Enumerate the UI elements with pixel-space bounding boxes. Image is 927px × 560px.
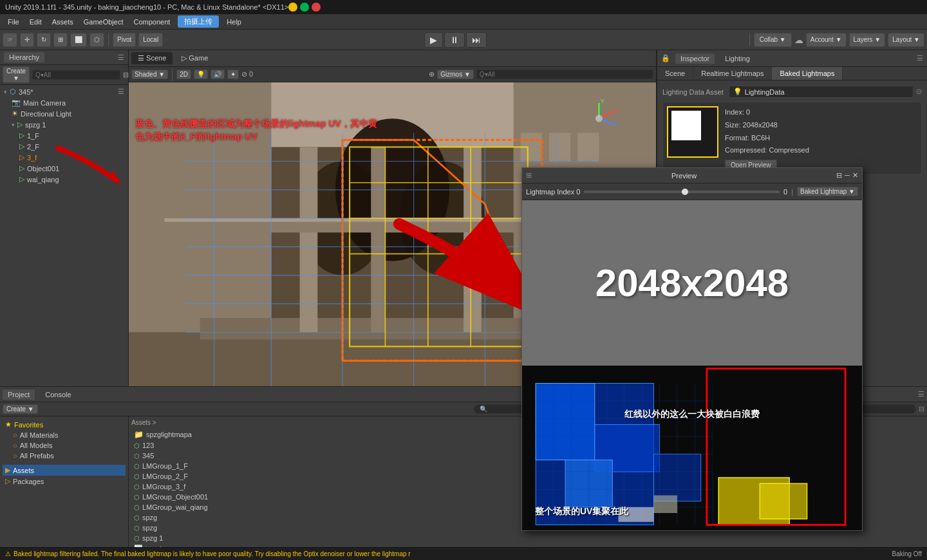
hand-tool-button[interactable]: ☞ — [3, 33, 17, 47]
transform-tool-button[interactable]: ⬡ — [89, 33, 104, 47]
project-create-button[interactable]: Create ▼ — [3, 404, 38, 414]
star-icon: ★ — [5, 420, 12, 429]
statusbar: ⚠ Baked lightmap filtering failed. The f… — [0, 547, 927, 560]
scale-tool-button[interactable]: ⊞ — [53, 33, 68, 47]
menu-help[interactable]: Help — [221, 17, 247, 27]
asset-spzg-1[interactable]: ⬡ spzg 1 — [131, 533, 924, 543]
menu-edit[interactable]: Edit — [24, 17, 47, 27]
project-filter-icon[interactable]: ⊟ — [919, 405, 924, 413]
hierarchy-item-root[interactable]: ▾ ⬡ 345* ☰ — [1, 86, 127, 97]
baked-lightmap-dropdown[interactable]: Baked Lightmap ▼ — [797, 187, 858, 196]
spzg-icon: ▷ — [17, 120, 23, 129]
scene-tab[interactable]: ☰ Scene — [131, 52, 173, 64]
lighting-tab[interactable]: Lighting — [720, 53, 755, 64]
hierarchy-menu-icon[interactable]: ☰ — [118, 53, 124, 62]
asset-terrain[interactable]: ⬜ terrain — [131, 543, 924, 547]
scene-search-input[interactable] — [476, 70, 653, 79]
mesh-icon-345: ⬡ — [134, 453, 140, 460]
minimize-button[interactable] — [288, 3, 297, 12]
preview-min-icon[interactable]: ─ — [845, 171, 850, 180]
project-tab[interactable]: Project — [3, 389, 35, 400]
hierarchy-item-2f[interactable]: ▷ 2_F — [17, 141, 127, 152]
preview-slider[interactable] — [584, 191, 780, 193]
lighting-data-row: Lighting Data Asset 💡 LightingData ⊙ — [662, 86, 922, 98]
lighting-data-menu[interactable]: ⊙ — [916, 88, 922, 96]
search-icon-2: ○ — [13, 442, 17, 449]
insp-tab-realtime[interactable]: Realtime Lightmaps — [693, 67, 772, 80]
hierarchy-item-object001[interactable]: ▷ Object001 — [17, 163, 127, 174]
packages-label: Packages — [13, 478, 44, 485]
project-packages-folder[interactable]: ▷ Packages — [3, 476, 126, 487]
menu-capture[interactable]: 拍摄上传 — [178, 15, 219, 28]
insp-tab-scene[interactable]: Scene — [657, 67, 693, 80]
project-menu-icon[interactable]: ☰ — [918, 390, 924, 398]
project-all-materials[interactable]: ○ All Materials — [3, 430, 126, 440]
inspector-tab[interactable]: Inspector — [675, 53, 715, 64]
move-tool-button[interactable]: ✛ — [20, 33, 34, 47]
insp-tab-baked[interactable]: Baked Lightmaps — [772, 67, 843, 80]
layers-button[interactable]: Layers ▼ — [849, 33, 886, 47]
baked-lightmap-label: Baked Lightmap — [800, 188, 847, 195]
menu-gameobject[interactable]: GameObject — [79, 17, 129, 27]
pivot-button[interactable]: Pivot — [113, 33, 136, 47]
folder-icon-spzg: 📁 — [134, 430, 144, 439]
local-button[interactable]: Local — [138, 33, 163, 47]
account-button[interactable]: Account ▼ — [806, 33, 847, 47]
rotate-tool-button[interactable]: ↻ — [37, 33, 51, 47]
lighting-button[interactable]: 💡 — [194, 70, 208, 79]
hierarchy-item-light[interactable]: ☀ Directional Light — [9, 108, 127, 119]
lighting-data-value[interactable]: 💡 LightingData — [729, 86, 913, 98]
layout-button[interactable]: Layout ▼ — [888, 33, 924, 47]
console-tab[interactable]: Console — [40, 389, 76, 400]
hierarchy-filter-icon[interactable]: ⊟ — [123, 71, 129, 79]
hierarchy-item-1f[interactable]: ▷ 1_F — [17, 130, 127, 141]
hierarchy-item-spzg1[interactable]: ▾ ▷ spzg 1 — [9, 119, 127, 130]
maximize-button[interactable] — [300, 3, 309, 12]
hierarchy-tab[interactable]: Hierarchy — [4, 52, 44, 62]
2d-button[interactable]: 2D — [176, 70, 191, 79]
2f-label: 2_F — [27, 143, 39, 151]
preview-lock-icon[interactable]: ⊟ — [836, 171, 842, 180]
menu-assets[interactable]: Assets — [47, 17, 79, 27]
hierarchy-item-camera[interactable]: 📷 Main Camera — [9, 97, 127, 108]
expand-arrow-spzg: ▾ — [12, 122, 15, 128]
step-button[interactable]: ⏭ — [466, 32, 487, 48]
root-icon: ⬡ — [10, 88, 16, 96]
hierarchy-item-label: 345* — [19, 88, 33, 96]
hierarchy-search-input[interactable] — [32, 70, 120, 80]
hierarchy-item-3f[interactable]: ▷ 3_f — [17, 152, 127, 163]
mesh-icon-1f: ⬡ — [134, 463, 140, 470]
pause-button[interactable]: ⏸ — [444, 32, 465, 48]
lightmap-info: Index: 0 Size: 2048x2048 Format: BC6H Co… — [725, 106, 809, 171]
hierarchy-item-menu[interactable]: ☰ — [118, 88, 124, 96]
project-all-models[interactable]: ○ All Models — [3, 440, 126, 451]
audio-button[interactable]: 🔊 — [211, 70, 225, 79]
collab-button[interactable]: Collab ▼ — [754, 33, 792, 47]
cloud-icon: ☁ — [794, 35, 803, 45]
fx-button[interactable]: ✦ — [227, 70, 239, 79]
project-assets-folder[interactable]: ▶ Assets — [3, 465, 126, 476]
scene-count: ⊘ 0 — [241, 70, 253, 79]
light-label: Directional Light — [21, 110, 71, 118]
inspector-menu-icon[interactable]: ☰ — [917, 54, 923, 62]
menu-file[interactable]: File — [3, 17, 24, 27]
gizmos-button[interactable]: Gizmos ▼ — [437, 70, 474, 79]
menu-component[interactable]: Component — [128, 17, 175, 27]
camera-icon: 📷 — [12, 98, 21, 107]
play-button[interactable]: ▶ — [424, 32, 443, 48]
mesh-icon-spzg2: ⬡ — [134, 525, 140, 532]
game-tab[interactable]: ▷ Game — [175, 52, 214, 64]
status-right: Baking Off — [892, 550, 922, 557]
favorites-label: Favorites — [14, 421, 43, 429]
project-favorites[interactable]: ★ Favorites — [3, 419, 126, 430]
hierarchy-item-waiqiang[interactable]: ▷ wai_qiang — [17, 174, 127, 185]
hierarchy-create-button[interactable]: Create ▼ — [3, 66, 30, 83]
project-all-prefabs[interactable]: ○ All Prefabs — [3, 451, 126, 461]
preview-close-icon[interactable]: ✕ — [852, 171, 858, 180]
mesh-icon-waiqiang: ⬡ — [134, 504, 140, 511]
close-button[interactable] — [312, 3, 321, 12]
rect-tool-button[interactable]: ⬜ — [70, 33, 87, 47]
lighting-data-label: Lighting Data Asset — [662, 88, 724, 96]
shading-mode-button[interactable]: Shaded ▼ — [131, 70, 168, 79]
preview-size-text: 2048x2048 — [595, 261, 789, 305]
